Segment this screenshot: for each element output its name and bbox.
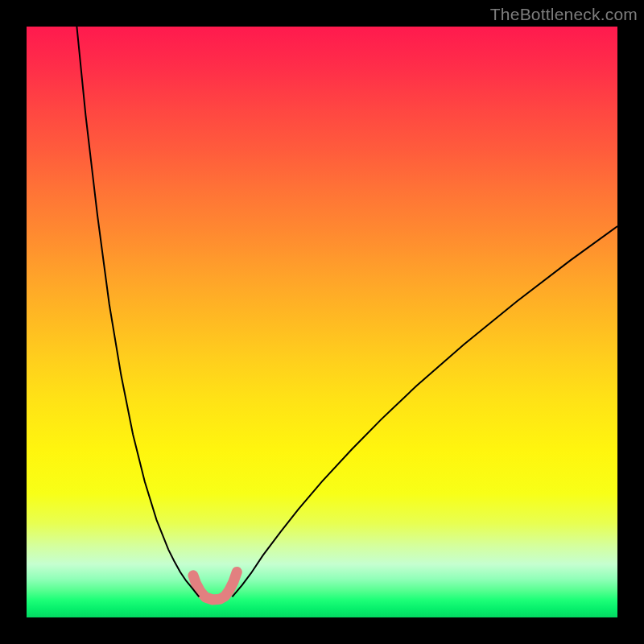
curve-svg — [27, 27, 617, 617]
left-branch-path — [76, 27, 199, 597]
watermark-text: TheBottleneck.com — [490, 5, 638, 24]
right-branch-path — [232, 226, 617, 597]
outer-frame: TheBottleneck.com — [0, 0, 644, 644]
plot-area — [27, 27, 617, 617]
trough-marker-path — [193, 572, 237, 600]
